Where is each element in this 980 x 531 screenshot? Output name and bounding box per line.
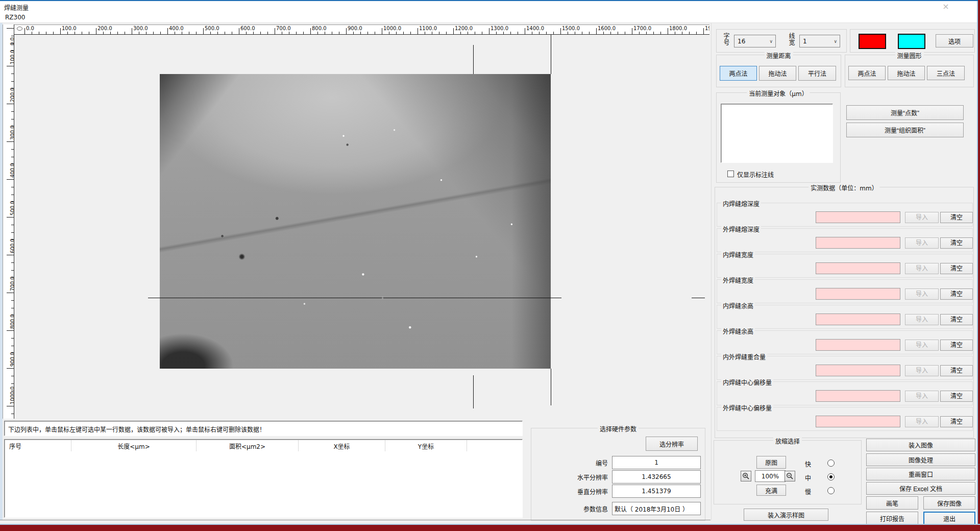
measurement-line[interactable]: [692, 298, 705, 298]
clear-button[interactable]: 清空: [940, 237, 973, 249]
distance-two-point-button[interactable]: 两点法: [720, 66, 757, 81]
measurement-line[interactable]: [551, 369, 551, 405]
distance-parallel-button[interactable]: 平行法: [798, 66, 836, 81]
clear-button[interactable]: 清空: [940, 263, 973, 274]
distance-drag-button[interactable]: 拖动法: [759, 66, 796, 81]
close-icon[interactable]: ×: [938, 1, 953, 12]
speed-slow-label: 慢: [805, 487, 811, 496]
clear-button[interactable]: 清空: [940, 416, 973, 427]
clear-button[interactable]: 清空: [940, 340, 973, 351]
exit-button[interactable]: 退出: [923, 512, 975, 525]
print-report-button[interactable]: 打印报告: [866, 512, 918, 525]
import-button[interactable]: 导入: [905, 365, 939, 376]
import-button[interactable]: 导入: [905, 263, 939, 274]
measured-row: 内焊缝宽度导入清空: [717, 254, 973, 278]
hw-info-field[interactable]: 默认（ 2018年3月10日 ）: [612, 502, 701, 515]
import-button[interactable]: 导入: [905, 391, 939, 402]
ruler-tick: [382, 28, 382, 34]
measurement-line[interactable]: [473, 45, 474, 74]
hw-hres-field[interactable]: 1.432665: [612, 470, 701, 484]
save-excel-button[interactable]: 保存 Excel 文档: [866, 482, 975, 495]
data-table[interactable]: 序号 长度<μm> 面积<μm2> X坐标 Y坐标: [4, 439, 523, 518]
redraw-window-button[interactable]: 重画窗口: [866, 468, 975, 480]
font-size-label: 字号: [722, 33, 730, 46]
clear-button[interactable]: 清空: [940, 212, 973, 223]
ruler-tick: [11, 346, 14, 346]
ruler-tick: [11, 51, 14, 51]
speed-medium-radio[interactable]: [827, 473, 835, 480]
table-header-index[interactable]: 序号: [5, 440, 71, 451]
weld-image[interactable]: [160, 74, 551, 369]
ruler-label: 300.0: [133, 26, 148, 31]
import-button[interactable]: 导入: [905, 340, 939, 351]
measured-value-field[interactable]: [816, 262, 900, 274]
table-header-y[interactable]: Y坐标: [385, 440, 467, 451]
zoom-out-icon[interactable]: [785, 471, 795, 481]
measure-points-button[interactable]: 测量“点数”: [846, 105, 964, 120]
hw-vres-field[interactable]: 1.451379: [612, 485, 701, 498]
clear-button[interactable]: 清空: [940, 365, 973, 376]
import-button[interactable]: 导入: [905, 416, 939, 427]
show-annotation-checkbox[interactable]: [727, 171, 734, 177]
speed-slow-radio[interactable]: [827, 487, 835, 494]
measured-value-field[interactable]: [816, 237, 900, 249]
font-size-select[interactable]: 16 ∨: [734, 35, 776, 47]
import-button[interactable]: 导入: [905, 314, 939, 325]
color-swatch-2[interactable]: [898, 34, 925, 49]
measured-value-field[interactable]: [816, 416, 900, 427]
measured-value-field[interactable]: [816, 390, 900, 402]
zoom-percent-field[interactable]: 100%: [755, 470, 786, 482]
select-resolution-button[interactable]: 选分辨率: [646, 437, 698, 451]
measured-value-field[interactable]: [816, 211, 900, 223]
measure-circle-title: 测量圆形: [895, 51, 923, 60]
clear-button[interactable]: 清空: [940, 391, 973, 402]
options-button[interactable]: 选项: [936, 34, 973, 47]
speed-fast-radio[interactable]: [827, 460, 835, 467]
circle-two-point-button[interactable]: 两点法: [848, 66, 886, 80]
menu-item-rz300[interactable]: RZ300: [5, 14, 25, 21]
line-width-select[interactable]: 1 ∨: [799, 35, 840, 47]
pen-button[interactable]: 画笔: [866, 496, 918, 510]
table-header-area[interactable]: 面积<μm2>: [197, 440, 299, 451]
process-image-button[interactable]: 图像处理: [866, 453, 975, 466]
ruler-tick: [403, 32, 404, 34]
clear-button[interactable]: 清空: [940, 288, 973, 300]
ruler-tick: [11, 74, 14, 74]
clear-button[interactable]: 清空: [940, 314, 973, 325]
current-object-listbox[interactable]: [721, 104, 833, 163]
hw-id-field[interactable]: 1: [612, 456, 701, 469]
color-swatch-1[interactable]: [859, 34, 886, 49]
measurement-line[interactable]: [473, 375, 474, 408]
measured-value-field[interactable]: [816, 365, 900, 376]
table-header-x[interactable]: X坐标: [299, 440, 385, 451]
zoom-in-icon[interactable]: [741, 471, 751, 481]
measure-area-button[interactable]: 测量“组织面积”: [846, 123, 964, 137]
load-image-button[interactable]: 装入图像: [866, 439, 975, 451]
measured-value-field[interactable]: [816, 339, 900, 351]
ruler-tick: [11, 315, 14, 316]
measured-value-field[interactable]: [816, 313, 900, 325]
color-group: 选项: [850, 29, 975, 53]
import-button[interactable]: 导入: [905, 212, 939, 223]
ruler-tick: [525, 28, 525, 34]
circle-drag-button[interactable]: 拖动法: [888, 66, 925, 80]
save-image-button[interactable]: 保存图像: [923, 496, 975, 510]
load-demo-button[interactable]: 装入演示样图: [744, 509, 828, 521]
ruler-tick: [11, 164, 14, 164]
original-size-button[interactable]: 原图: [756, 456, 786, 469]
ruler-tick: [125, 32, 125, 34]
import-button[interactable]: 导入: [905, 237, 939, 249]
measure-distance-group: 测量距离 两点法 拖动法 平行法: [716, 55, 841, 87]
hw-field-label: 水平分辨率: [531, 473, 608, 481]
measurement-line[interactable]: [148, 298, 561, 298]
fit-button[interactable]: 充满: [756, 485, 786, 496]
ruler-label: 900.0: [348, 26, 362, 31]
import-button[interactable]: 导入: [905, 288, 939, 300]
ruler-label: 0.0: [10, 37, 14, 45]
measured-row: 外焊缝中心偏移量导入清空: [717, 407, 973, 431]
table-header-length[interactable]: 长度<μm>: [71, 440, 197, 451]
ruler-tick: [11, 353, 14, 353]
circle-three-point-button[interactable]: 三点法: [927, 66, 965, 80]
measurement-line[interactable]: [551, 35, 551, 74]
measured-value-field[interactable]: [816, 288, 900, 300]
